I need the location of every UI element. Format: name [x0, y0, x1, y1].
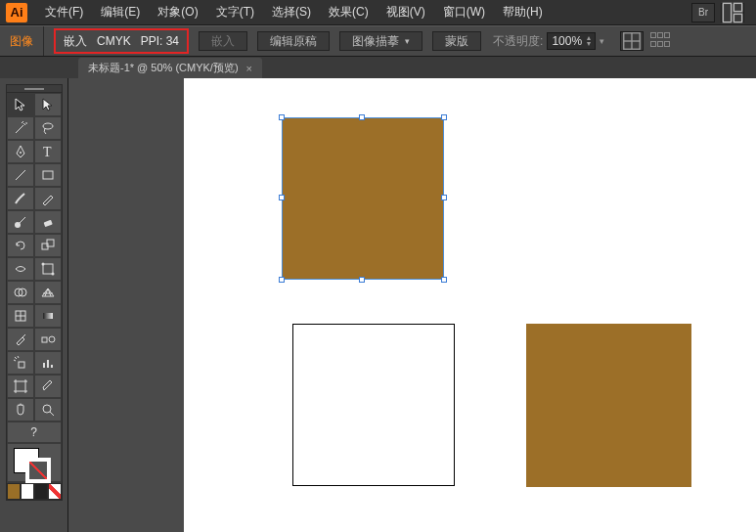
- free-transform-tool[interactable]: [34, 257, 62, 281]
- highlight-embed-info: 嵌入 CMYK PPI: 34: [54, 28, 189, 54]
- svg-rect-10: [43, 171, 53, 179]
- control-bar-end: [620, 31, 671, 51]
- svg-rect-22: [42, 337, 47, 342]
- svg-line-9: [16, 170, 25, 180]
- blob-brush-tool[interactable]: [7, 210, 34, 234]
- selection-handle[interactable]: [441, 277, 447, 283]
- artboard-tool[interactable]: [7, 375, 34, 398]
- mask-button[interactable]: 蒙版: [432, 31, 481, 51]
- toolbox-panel: T: [0, 78, 68, 532]
- svg-rect-12: [43, 220, 52, 227]
- menu-view[interactable]: 视图(V): [378, 0, 433, 24]
- svg-rect-26: [47, 360, 49, 368]
- paintbrush-tool[interactable]: [7, 187, 34, 210]
- column-graph-tool[interactable]: [34, 351, 62, 375]
- transform-panel-icon[interactable]: [620, 31, 644, 51]
- eyedropper-tool[interactable]: [7, 328, 34, 351]
- selection-handle[interactable]: [441, 114, 447, 120]
- selection-tool[interactable]: [7, 93, 34, 116]
- image-trace-button[interactable]: 图像描摹: [339, 31, 422, 51]
- hand-tool[interactable]: [7, 398, 34, 421]
- rect-outline-object[interactable]: [292, 324, 455, 486]
- zoom-tool[interactable]: [34, 398, 62, 421]
- stroke-swatch[interactable]: [25, 458, 51, 483]
- menubar: Ai 文件(F) 编辑(E) 对象(O) 文字(T) 选择(S) 效果(C) 视…: [0, 0, 756, 25]
- type-tool[interactable]: T: [34, 140, 62, 163]
- selection-handle[interactable]: [279, 195, 285, 200]
- draw-mode-swatch[interactable]: [34, 483, 48, 500]
- rect-solid-object[interactable]: [526, 324, 691, 487]
- svg-rect-15: [43, 264, 53, 274]
- document-tab[interactable]: 未标题-1* @ 50% (CMYK/预览) ×: [78, 58, 262, 78]
- svg-rect-0: [723, 3, 731, 22]
- svg-rect-24: [19, 362, 24, 368]
- eraser-tool[interactable]: [34, 210, 62, 234]
- selected-image[interactable]: [282, 117, 444, 280]
- symbol-sprayer-tool[interactable]: [7, 351, 34, 375]
- pencil-tool[interactable]: [34, 187, 62, 210]
- selection-handle[interactable]: [279, 114, 285, 120]
- lasso-tool[interactable]: [34, 116, 62, 140]
- direct-selection-tool[interactable]: [34, 93, 62, 116]
- rectangle-tool[interactable]: [34, 163, 62, 187]
- svg-point-23: [49, 336, 55, 342]
- svg-rect-28: [16, 381, 25, 391]
- opacity-dropdown-icon[interactable]: ▾: [600, 36, 604, 46]
- selection-handle[interactable]: [279, 277, 285, 283]
- line-tool[interactable]: [7, 163, 34, 187]
- svg-rect-21: [43, 313, 53, 319]
- close-icon[interactable]: ×: [246, 63, 252, 74]
- highlight-embed-text: 嵌入: [64, 33, 87, 50]
- selection-handle[interactable]: [359, 114, 365, 120]
- slice-tool[interactable]: [34, 375, 62, 398]
- blend-tool[interactable]: [34, 328, 62, 351]
- menu-effect[interactable]: 效果(C): [321, 0, 377, 24]
- width-tool[interactable]: [7, 257, 34, 281]
- control-bar: 图像 嵌入 CMYK PPI: 34 嵌入 编辑原稿 图像描摹 蒙版 不透明度:…: [0, 25, 756, 57]
- toolbox: T: [6, 84, 63, 501]
- gradient-mode-swatch[interactable]: [21, 483, 34, 500]
- menu-object[interactable]: 对象(O): [150, 0, 205, 24]
- document-tab-title: 未标题-1* @ 50% (CMYK/预览): [88, 61, 239, 75]
- shape-builder-tool[interactable]: [7, 281, 34, 304]
- align-panel-icon[interactable]: [649, 31, 671, 49]
- none-mode-swatch[interactable]: [48, 483, 62, 500]
- edit-original-button[interactable]: 编辑原稿: [257, 31, 330, 51]
- opacity-group: 不透明度: 100% ▴▾ ▾: [493, 32, 604, 50]
- menu-help[interactable]: 帮助(H): [495, 0, 551, 24]
- menu-select[interactable]: 选择(S): [264, 0, 319, 24]
- svg-point-29: [43, 405, 51, 413]
- svg-rect-1: [734, 3, 741, 11]
- bridge-icon[interactable]: Br: [691, 3, 715, 22]
- color-mode-swatch[interactable]: [7, 483, 21, 500]
- svg-text:T: T: [43, 145, 52, 159]
- opacity-input[interactable]: 100% ▴▾: [547, 32, 596, 50]
- perspective-grid-tool[interactable]: [34, 281, 62, 304]
- selection-handle[interactable]: [359, 277, 365, 283]
- selection-handle[interactable]: [441, 195, 447, 200]
- scale-tool[interactable]: [34, 234, 62, 257]
- menu-edit[interactable]: 编辑(E): [93, 0, 148, 24]
- menu-window[interactable]: 窗口(W): [435, 0, 493, 24]
- toolbox-grip[interactable]: [7, 85, 62, 93]
- svg-point-17: [51, 273, 54, 276]
- arrange-documents-icon[interactable]: [721, 3, 744, 22]
- svg-rect-2: [734, 14, 741, 22]
- magic-wand-tool[interactable]: [7, 116, 34, 140]
- gradient-tool[interactable]: [34, 304, 62, 328]
- mesh-tool[interactable]: [7, 304, 34, 328]
- canvas-area[interactable]: [68, 78, 756, 532]
- menu-file[interactable]: 文件(F): [37, 0, 91, 24]
- menubar-right: Br: [691, 3, 756, 22]
- context-label: 图像: [10, 26, 44, 56]
- fill-stroke-control[interactable]: [7, 443, 62, 482]
- pen-tool[interactable]: [7, 140, 34, 163]
- svg-point-16: [41, 263, 44, 266]
- embed-button[interactable]: 嵌入: [199, 31, 247, 51]
- highlight-ppi: PPI: 34: [141, 34, 179, 48]
- tool-help-button[interactable]: ?: [7, 421, 62, 443]
- color-mode-row: [7, 482, 62, 500]
- rotate-tool[interactable]: [7, 234, 34, 257]
- opacity-stepper-icon[interactable]: ▴▾: [587, 35, 591, 47]
- menu-type[interactable]: 文字(T): [208, 0, 262, 24]
